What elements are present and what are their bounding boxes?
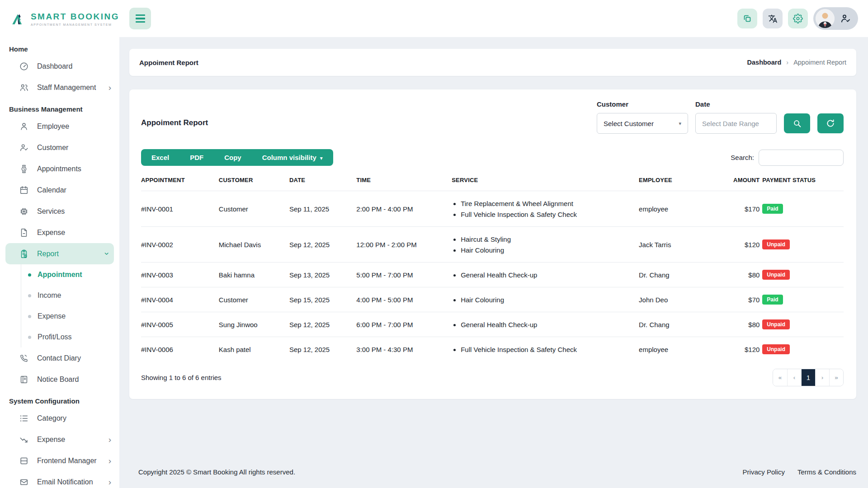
phone-icon <box>19 353 29 363</box>
pagination-first-button[interactable]: « <box>773 369 787 386</box>
sidebar-item-calendar[interactable]: Calendar <box>0 179 119 201</box>
person-check-icon <box>840 13 851 24</box>
table-row: #INV-0006 Kash patel Sep 12, 2025 3:00 P… <box>141 337 844 362</box>
sidebar-item-services[interactable]: Services <box>0 201 119 222</box>
table-row: #INV-0003 Baki hamna Sep 13, 2025 5:00 P… <box>141 263 844 287</box>
pagination-next-button[interactable]: › <box>815 369 829 386</box>
appointment-id: #INV-0004 <box>141 287 219 312</box>
brand-name: SMART BOOKING <box>31 12 119 22</box>
sidebar-section-home: Home <box>0 38 119 56</box>
pdf-export-button[interactable]: PDF <box>179 149 214 166</box>
sidebar-item-contact-diary[interactable]: Contact Diary <box>0 347 119 369</box>
date-range-input[interactable] <box>695 113 777 134</box>
column-header-employee[interactable]: EMPLOYEE <box>639 177 713 191</box>
entries-summary: Showing 1 to 6 of 6 entries <box>141 374 222 381</box>
chevron-right-icon: › <box>108 435 111 444</box>
settings-button[interactable] <box>788 9 808 28</box>
translate-button[interactable] <box>763 9 783 28</box>
calendar-icon <box>19 185 29 195</box>
brand-tagline: APPOINTMENT MANAGEMENT SYSTEM <box>31 23 119 26</box>
appointment-id: #INV-0002 <box>141 227 219 263</box>
user-menu[interactable] <box>813 7 858 30</box>
chevron-right-icon: › <box>108 83 111 92</box>
sidebar-item-expense-config[interactable]: Expense › <box>0 429 119 450</box>
excel-export-button[interactable]: Excel <box>141 149 179 166</box>
category-icon <box>19 413 29 423</box>
column-header-service[interactable]: SERVICE <box>452 177 639 191</box>
table-row: #INV-0002 Michael Davis Sep 12, 2025 12:… <box>141 227 844 263</box>
pagination-page-1-button[interactable]: 1 <box>801 369 815 386</box>
sidebar-section-system: System Configuration <box>0 390 119 408</box>
copy-export-button[interactable]: Copy <box>214 149 252 166</box>
appointment-id: #INV-0005 <box>141 312 219 337</box>
table-search-input[interactable] <box>759 150 844 166</box>
column-header-date[interactable]: DATE <box>289 177 356 191</box>
appointment-id: #INV-0003 <box>141 263 219 287</box>
sidebar-item-customer[interactable]: Customer <box>0 137 119 158</box>
sidebar-item-dashboard[interactable]: Dashboard <box>0 56 119 77</box>
sidebar-item-appointments[interactable]: Appointments <box>0 158 119 179</box>
status-badge: Unpaid <box>762 344 790 354</box>
pagination-prev-button[interactable]: ‹ <box>787 369 801 386</box>
sidebar-item-email-notification[interactable]: Email Notification › <box>0 471 119 488</box>
bullet-icon <box>28 273 31 277</box>
submenu-item-income[interactable]: Income <box>21 285 119 306</box>
submenu-item-expense[interactable]: Expense <box>21 306 119 327</box>
report-card: Appoiment Report Customer Select Custome… <box>129 89 856 399</box>
sidebar-item-frontend-manager[interactable]: Frontend Manager › <box>0 450 119 471</box>
customer-select[interactable]: Select Customer ▾ <box>597 113 688 134</box>
pagination-last-button[interactable]: » <box>829 369 843 386</box>
column-header-amount[interactable]: AMOUNT <box>713 177 762 191</box>
sidebar-item-report[interactable]: Report › <box>5 243 114 264</box>
privacy-policy-link[interactable]: Privacy Policy <box>743 468 785 476</box>
filter-reset-button[interactable] <box>817 113 844 133</box>
search-icon <box>793 119 802 128</box>
refresh-icon <box>826 119 835 128</box>
dashboard-icon <box>19 61 29 71</box>
table-row: #INV-0005 Sung Jinwoo Sep 12, 2025 6:00 … <box>141 312 844 337</box>
appointment-id: #INV-0001 <box>141 191 219 227</box>
sidebar-toggle-button[interactable] <box>129 8 151 29</box>
copy-pages-button[interactable] <box>737 9 757 28</box>
chevron-down-icon: › <box>103 252 111 255</box>
brand-logo[interactable]: SMART BOOKING APPOINTMENT MANAGEMENT SYS… <box>0 0 119 38</box>
employee-icon <box>19 122 29 131</box>
topbar <box>119 0 868 37</box>
submenu-item-appointment[interactable]: Appointment <box>21 264 119 285</box>
column-header-customer[interactable]: CUSTOMER <box>219 177 289 191</box>
copy-icon <box>742 14 752 23</box>
translate-icon <box>768 14 778 23</box>
sidebar-item-employee[interactable]: Employee <box>0 116 119 137</box>
breadcrumb-current: Appoiment Report <box>793 59 846 66</box>
report-heading: Appoiment Report <box>141 118 208 127</box>
report-filters: Customer Select Customer ▾ Date <box>597 100 844 134</box>
sidebar-item-category[interactable]: Category <box>0 408 119 429</box>
appointment-id: #INV-0006 <box>141 337 219 362</box>
bullet-icon <box>28 294 31 297</box>
status-badge: Unpaid <box>762 239 790 249</box>
avatar <box>816 9 835 28</box>
table-row: #INV-0001 Customer Sep 11, 2025 2:00 PM … <box>141 191 844 227</box>
terms-link[interactable]: Terms & Conditions <box>797 468 856 476</box>
sidebar-item-staff-management[interactable]: Staff Management › <box>0 77 119 98</box>
filter-search-button[interactable] <box>784 113 810 133</box>
status-badge: Paid <box>762 204 783 214</box>
sidebar-item-notice-board[interactable]: Notice Board <box>0 369 119 390</box>
column-visibility-button[interactable]: Column visibility <box>252 149 333 166</box>
column-header-appointment[interactable]: APPOINTMENT <box>141 177 219 191</box>
breadcrumb-dashboard-link[interactable]: Dashboard <box>747 59 782 66</box>
appointments-icon <box>19 164 29 174</box>
table-row: #INV-0004 Customer Sep 15, 2025 4:00 PM … <box>141 287 844 312</box>
status-badge: Unpaid <box>762 319 790 329</box>
breadcrumb-separator-icon: › <box>786 59 788 66</box>
pagination: « ‹ 1 › » <box>773 369 844 386</box>
date-filter-label: Date <box>695 100 777 108</box>
submenu-item-profit-loss[interactable]: Profit/Loss <box>21 327 119 347</box>
column-header-payment-status[interactable]: PAYMENT STATUS <box>762 177 844 191</box>
brand-logo-icon <box>12 9 25 29</box>
sidebar-item-expense[interactable]: Expense <box>0 222 119 243</box>
column-header-time[interactable]: TIME <box>356 177 452 191</box>
sidebar-section-business: Business Management <box>0 98 119 116</box>
table-header-row: APPOINTMENT CUSTOMER DATE TIME SERVICE E… <box>141 177 844 191</box>
copyright-text: Copyright 2025 © Smart Booking All right… <box>138 468 295 476</box>
